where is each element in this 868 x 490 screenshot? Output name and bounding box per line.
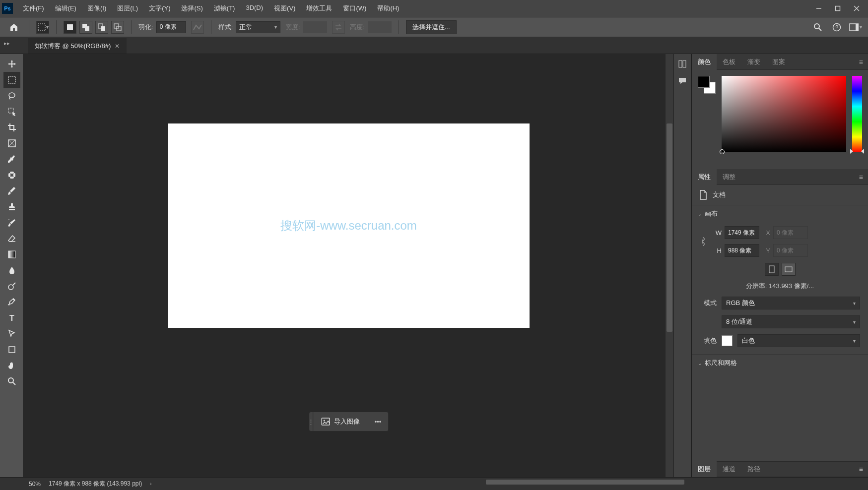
canvas-area[interactable]: 搜软网-www.secruan.com ⋮ 导入图像 ••• [24,54,673,477]
orientation-portrait-button[interactable] [765,263,779,276]
color-panel-body [692,70,868,169]
feather-input[interactable] [156,21,186,33]
tab-color[interactable]: 颜色 [692,54,717,70]
properties-panel-tabs: 属性 调整 ≡ [692,169,868,185]
stamp-tool[interactable] [3,199,20,215]
antialias-icon[interactable] [191,21,204,34]
eyedropper-tool[interactable] [3,151,20,167]
menu-filter[interactable]: 滤镜(T) [209,2,240,15]
horizontal-scrollbar[interactable] [392,480,689,487]
search-icon[interactable] [811,21,824,34]
type-tool[interactable]: T [3,310,20,326]
lasso-tool[interactable] [3,88,20,104]
tab-gradients[interactable]: 渐变 [741,54,766,70]
document-tab-title: 知软博客 @ 50%(RGB/8#) [35,42,111,51]
canvas-section-header[interactable]: ⌄ 画布 [692,205,868,222]
vertical-scrollbar[interactable] [666,54,673,477]
dodge-tool[interactable] [3,278,20,294]
frame-tool[interactable] [3,135,20,151]
help-icon[interactable]: ? [830,21,843,34]
select-and-mask-button[interactable]: 选择并遮住... [406,20,457,34]
fill-color-swatch[interactable] [722,335,733,346]
tab-paths[interactable]: 路径 [741,461,766,477]
import-image-button[interactable]: 导入图像 [313,412,368,431]
canvas[interactable]: 搜软网-www.secruan.com [168,123,530,328]
style-select[interactable]: 正常▾ [236,21,280,33]
healing-tool[interactable] [3,167,20,183]
selection-new-icon[interactable] [64,21,76,34]
props-panel-menu-icon[interactable]: ≡ [857,171,865,183]
tab-properties[interactable]: 属性 [692,169,717,185]
drag-handle-icon[interactable]: ⋮ [309,412,313,431]
comments-icon[interactable] [675,74,689,88]
hand-tool[interactable] [3,358,20,373]
history-brush-tool[interactable] [3,215,20,231]
orientation-landscape-button[interactable] [782,263,796,276]
status-flyout-icon[interactable]: › [150,481,151,487]
home-button[interactable] [6,19,22,35]
brush-tool[interactable] [3,183,20,199]
canvas-height-input[interactable] [725,244,759,257]
menu-window[interactable]: 窗口(W) [338,2,371,15]
panel-icon-1[interactable] [675,57,689,71]
menu-plugins[interactable]: 增效工具 [301,2,337,15]
foreground-background-swatch[interactable] [698,76,716,94]
pen-tool[interactable] [3,294,20,310]
menu-file[interactable]: 文件(F) [18,2,49,15]
more-options-icon[interactable]: ••• [368,412,389,431]
marquee-tool[interactable] [3,72,20,88]
zoom-tool[interactable] [3,373,20,389]
move-tool[interactable] [3,56,20,72]
crop-tool[interactable] [3,120,20,135]
menu-layer[interactable]: 图层(L) [112,2,143,15]
menu-edit[interactable]: 编辑(E) [50,2,81,15]
workspace-icon[interactable]: ▾ [849,21,862,34]
foreground-swatch[interactable] [698,76,710,88]
blur-tool[interactable] [3,262,20,278]
rulers-section-header[interactable]: ⌄ 标尺和网格 [692,355,868,371]
selection-add-icon[interactable] [79,21,92,34]
quick-select-tool[interactable] [3,104,20,120]
menu-3d[interactable]: 3D(D) [241,2,268,15]
close-button[interactable] [847,1,866,15]
tab-patterns[interactable]: 图案 [766,54,791,70]
zoom-level[interactable]: 50% [29,481,41,488]
maximize-button[interactable] [828,1,847,15]
selection-intersect-icon[interactable] [111,21,124,34]
selection-subtract-icon[interactable] [95,21,108,34]
tab-adjustments[interactable]: 调整 [717,169,741,185]
canvas-width-input[interactable] [725,226,759,239]
menu-image[interactable]: 图像(I) [82,2,111,15]
expand-panels-left-icon[interactable]: ▸▸ [4,40,10,47]
gradient-tool[interactable] [3,246,20,262]
tab-layers[interactable]: 图层 [692,461,717,477]
color-mode-select[interactable]: RGB 颜色▾ [722,297,860,309]
svg-rect-24 [10,172,14,174]
watermark-text: 搜软网-www.secruan.com [280,218,417,234]
svg-rect-39 [769,266,774,273]
current-tool-indicator[interactable]: ▾ [36,21,49,34]
menu-help[interactable]: 帮助(H) [372,2,404,15]
document-tab[interactable]: 知软博客 @ 50%(RGB/8#) ✕ [28,38,127,54]
import-image-label: 导入图像 [334,417,360,426]
tab-swatches[interactable]: 色板 [717,54,741,70]
path-select-tool[interactable] [3,326,20,342]
fill-select[interactable]: 白色▾ [737,334,860,347]
chevron-down-icon: ⌄ [698,211,702,217]
minimize-button[interactable] [809,1,828,15]
menu-type[interactable]: 文字(Y) [144,2,175,15]
tab-close-icon[interactable]: ✕ [115,43,120,50]
color-panel-menu-icon[interactable]: ≡ [857,56,865,68]
menu-select[interactable]: 选择(S) [176,2,207,15]
eraser-tool[interactable] [3,231,20,246]
shape-tool[interactable] [3,342,20,358]
link-dimensions-icon[interactable] [700,236,706,247]
hue-slider[interactable] [852,76,862,152]
bit-depth-select[interactable]: 8 位/通道▾ [722,315,860,328]
layers-panel-menu-icon[interactable]: ≡ [857,463,865,475]
svg-rect-32 [9,347,15,353]
rulers-section-label: 标尺和网格 [705,359,737,368]
saturation-value-picker[interactable] [722,76,846,152]
menu-view[interactable]: 视图(V) [269,2,300,15]
tab-channels[interactable]: 通道 [717,461,741,477]
